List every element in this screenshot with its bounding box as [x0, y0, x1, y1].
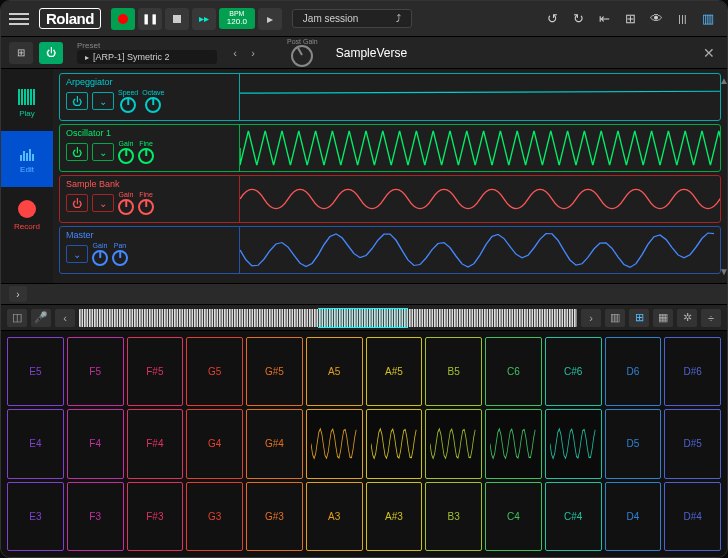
- pad-C5[interactable]: [485, 409, 542, 478]
- preset-select[interactable]: ▸ [ARP-1] Symetric 2: [77, 50, 217, 64]
- knob-gain[interactable]: Gain: [118, 140, 134, 164]
- pad-As4[interactable]: [366, 409, 423, 478]
- keyboard-icon[interactable]: ▥: [697, 8, 719, 30]
- knob-fine[interactable]: Fine: [138, 140, 154, 164]
- preset-next[interactable]: ›: [245, 43, 261, 63]
- expand-button[interactable]: ›: [9, 286, 27, 302]
- stop-button[interactable]: [165, 8, 189, 30]
- pad-Ds6[interactable]: D#6: [664, 337, 721, 406]
- pad-D4[interactable]: D4: [605, 482, 662, 551]
- bpm-display[interactable]: BPM 120.0: [219, 8, 255, 28]
- mixer-icon[interactable]: ⫼: [671, 8, 693, 30]
- track-controls: ⏻ ⌄ SpeedOctave: [66, 89, 233, 113]
- keyboard-range-highlight[interactable]: [318, 308, 408, 328]
- next-arrow-button[interactable]: ▸: [258, 8, 282, 30]
- split-icon[interactable]: ÷: [701, 309, 721, 327]
- pad-grid: E5F5F#5G5G#5A5A#5B5C6C#6D6D#6E4F4F#4G4G#…: [1, 331, 727, 557]
- pad-F5[interactable]: F5: [67, 337, 124, 406]
- pad-As5[interactable]: A#5: [366, 337, 423, 406]
- kb-prev[interactable]: ‹: [55, 309, 75, 327]
- pad-B5[interactable]: B5: [425, 337, 482, 406]
- pad-As3[interactable]: A#3: [366, 482, 423, 551]
- knob-gain[interactable]: Gain: [118, 191, 134, 215]
- pad-Gs3[interactable]: G#3: [246, 482, 303, 551]
- scroll-up[interactable]: ▲: [719, 75, 727, 86]
- grid-button[interactable]: ⊞: [9, 42, 33, 64]
- tracks-panel: Arpeggiator ⏻ ⌄ SpeedOctave Oscillator 1…: [53, 69, 727, 283]
- pad-Ds4[interactable]: D#4: [664, 482, 721, 551]
- mic-icon[interactable]: 🎤: [31, 309, 51, 327]
- redo-icon[interactable]: ↻: [567, 8, 589, 30]
- piano-view-icon[interactable]: ▥: [605, 309, 625, 327]
- pad-B4[interactable]: [425, 409, 482, 478]
- track-power[interactable]: ⏻: [66, 92, 88, 110]
- grid-icon[interactable]: ▦: [653, 309, 673, 327]
- close-icon[interactable]: ✕: [699, 43, 719, 63]
- pad-view-icon[interactable]: ⊞: [629, 309, 649, 327]
- power-button[interactable]: ⏻: [39, 42, 63, 64]
- knob-octave[interactable]: Octave: [142, 89, 164, 113]
- pad-C6[interactable]: C6: [485, 337, 542, 406]
- pad-E5[interactable]: E5: [7, 337, 64, 406]
- nav-play[interactable]: Play: [1, 75, 53, 131]
- pad-D5[interactable]: D5: [605, 409, 662, 478]
- pad-Fs5[interactable]: F#5: [127, 337, 184, 406]
- track-waveform: [240, 176, 720, 222]
- pad-G4[interactable]: G4: [186, 409, 243, 478]
- pad-F3[interactable]: F3: [67, 482, 124, 551]
- pad-C4[interactable]: C4: [485, 482, 542, 551]
- postgain-knob[interactable]: [291, 45, 313, 67]
- track-waveform: [240, 227, 720, 273]
- mini-keyboard[interactable]: [79, 309, 577, 327]
- pad-Ds5[interactable]: D#5: [664, 409, 721, 478]
- pad-E4[interactable]: E4: [7, 409, 64, 478]
- knob-speed[interactable]: Speed: [118, 89, 138, 113]
- nav-edit[interactable]: Edit: [1, 131, 53, 187]
- play-button[interactable]: ▸▸: [192, 8, 216, 30]
- share-icon[interactable]: ⤴: [396, 13, 401, 24]
- pad-Fs4[interactable]: F#4: [127, 409, 184, 478]
- pad-Fs3[interactable]: F#3: [127, 482, 184, 551]
- track-expand[interactable]: ⌄: [92, 143, 114, 161]
- pad-B3[interactable]: B3: [425, 482, 482, 551]
- pause-button[interactable]: ❚❚: [138, 8, 162, 30]
- song-name-field[interactable]: Jam session ⤴: [292, 9, 412, 28]
- undo-icon[interactable]: ↺: [541, 8, 563, 30]
- track-expand[interactable]: ⌄: [92, 92, 114, 110]
- knob-fine[interactable]: Fine: [138, 191, 154, 215]
- go-start-icon[interactable]: ⇤: [593, 8, 615, 30]
- track-power[interactable]: ⏻: [66, 143, 88, 161]
- knob-gain[interactable]: Gain: [92, 242, 108, 266]
- track-expand[interactable]: ⌄: [66, 245, 88, 263]
- track-title: Oscillator 1: [66, 128, 233, 138]
- patch-header: ⊞ ⏻ Preset ▸ [ARP-1] Symetric 2 ‹ › Post…: [1, 37, 727, 69]
- pad-G5[interactable]: G5: [186, 337, 243, 406]
- visibility-icon[interactable]: 👁: [645, 8, 667, 30]
- pad-A3[interactable]: A3: [306, 482, 363, 551]
- track-cyan: Arpeggiator ⏻ ⌄ SpeedOctave: [59, 73, 721, 121]
- track-expand[interactable]: ⌄: [92, 194, 114, 212]
- pad-Cs4[interactable]: C#4: [545, 482, 602, 551]
- track-power[interactable]: ⏻: [66, 194, 88, 212]
- record-button[interactable]: [111, 8, 135, 30]
- settings-icon[interactable]: ✲: [677, 309, 697, 327]
- preset-prev[interactable]: ‹: [227, 43, 243, 63]
- split-view-icon[interactable]: ◫: [7, 309, 27, 327]
- pad-A4[interactable]: [306, 409, 363, 478]
- pad-Cs6[interactable]: C#6: [545, 337, 602, 406]
- pad-Gs4[interactable]: G#4: [246, 409, 303, 478]
- pad-A5[interactable]: A5: [306, 337, 363, 406]
- pad-Cs5[interactable]: [545, 409, 602, 478]
- nav-record[interactable]: Record: [1, 187, 53, 243]
- pad-G3[interactable]: G3: [186, 482, 243, 551]
- pad-Gs5[interactable]: G#5: [246, 337, 303, 406]
- chord-icon[interactable]: ⊞: [619, 8, 641, 30]
- pad-D6[interactable]: D6: [605, 337, 662, 406]
- knob-pan[interactable]: Pan: [112, 242, 128, 266]
- scroll-down[interactable]: ▼: [719, 266, 727, 277]
- kb-next[interactable]: ›: [581, 309, 601, 327]
- pad-F4[interactable]: F4: [67, 409, 124, 478]
- logo: Roland: [39, 8, 101, 29]
- pad-E3[interactable]: E3: [7, 482, 64, 551]
- menu-icon[interactable]: [9, 9, 29, 29]
